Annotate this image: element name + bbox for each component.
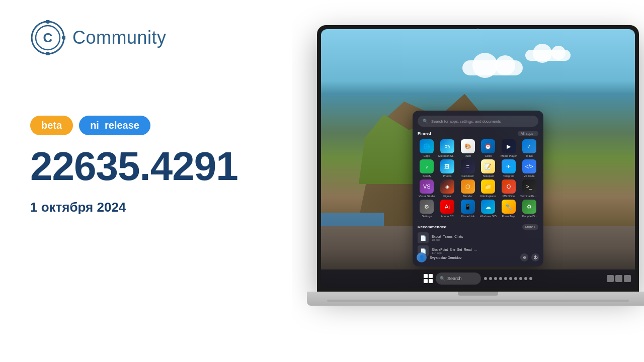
app-icon-microsoft-store: 🛍 — [440, 139, 454, 153]
app-item-vs-code[interactable]: </>VS Code — [520, 159, 538, 177]
recommended-header: Recommended More › — [418, 224, 538, 230]
app-label-powertoys: PowerToys — [502, 215, 516, 218]
app-icon-figma: ◈ — [440, 179, 454, 194]
tray-icon-3 — [624, 275, 631, 282]
start-menu-search[interactable]: 🔍 Search for apps, settings, and documen… — [418, 116, 538, 127]
community-logo-icon: C — [30, 20, 65, 55]
app-item-file-explorer[interactable]: 📁File Explorer — [479, 179, 498, 198]
app-label-vs-code: VS Code — [524, 174, 535, 177]
user-avatar: 👤 — [417, 252, 427, 262]
rec-title: Export_Teams_Chats — [432, 235, 477, 238]
all-apps-link[interactable]: All apps › — [518, 131, 538, 136]
app-icon-blender: ⬡ — [461, 179, 475, 194]
app-item-powertoys[interactable]: 🔧PowerToys — [500, 200, 518, 218]
app-label-recycle-bin: Recycle Bin — [522, 215, 536, 218]
pinned-apps-grid: 🌐Edge🛍Microsoft Store🎨Paint⏰Clock▶Media … — [418, 139, 538, 218]
app-item-terminal-preview[interactable]: >_Terminal Preview — [520, 179, 538, 198]
app-item-notepad[interactable]: 📝Notepad — [479, 159, 498, 177]
svg-point-3 — [46, 20, 50, 24]
app-item-ms-office[interactable]: OMS Office — [500, 179, 518, 198]
svg-point-4 — [62, 36, 65, 40]
app-icon-spotify: ♪ — [420, 159, 434, 173]
app-label-file-explorer: File Explorer — [480, 195, 496, 198]
app-item-visual-studio[interactable]: VSVisual Studio — [418, 179, 436, 198]
app-item-blender[interactable]: ⬡Blender — [458, 179, 477, 198]
pinned-label: Pinned — [418, 131, 431, 136]
app-item-to-do[interactable]: ✓To Do — [520, 139, 538, 157]
taskbar-search-icon: 🔍 — [440, 276, 445, 281]
app-label-windows-365: Windows 365 — [480, 215, 497, 218]
app-item-spotify[interactable]: ♪Spotify — [418, 159, 436, 177]
app-item-paint[interactable]: 🎨Paint — [458, 139, 477, 157]
app-item-clock[interactable]: ⏰Clock — [479, 139, 498, 157]
app-label-media-player: Media Player — [501, 154, 517, 157]
app-label-to-do: To Do — [525, 154, 532, 157]
rec-time: 1d ago — [432, 238, 538, 241]
divider — [418, 222, 538, 222]
svg-text:C: C — [43, 30, 53, 45]
app-label-microsoft-store: Microsoft Store — [438, 154, 456, 157]
app-item-telegram[interactable]: ✈Telegram — [500, 159, 518, 177]
app-label-calculator: Calculator — [461, 174, 474, 177]
taskbar-search[interactable]: 🔍 Search — [436, 273, 481, 285]
release-date: 1 октября 2024 — [30, 200, 292, 215]
taskbar-dot-4 — [499, 277, 502, 280]
app-icon-telegram: ✈ — [502, 159, 516, 173]
app-icon-file-explorer: 📁 — [481, 179, 495, 194]
taskbar-dot-6 — [509, 277, 512, 280]
user-area[interactable]: 👤 Svyatoslav Demidov — [417, 252, 461, 262]
app-icon-to-do: ✓ — [522, 139, 536, 153]
app-label-edge: Edge — [424, 154, 430, 157]
app-item-media-player[interactable]: ▶Media Player — [500, 139, 518, 157]
taskbar-dot-5 — [504, 277, 507, 280]
app-icon-visual-studio: VS — [420, 179, 434, 194]
taskbar-dot-8 — [519, 277, 522, 280]
logo-area: C Community — [30, 20, 292, 55]
rec-title: SharePoint_Site_Set_Read_Only_All — [432, 248, 477, 251]
power-button[interactable]: ⏻ — [531, 253, 539, 261]
app-item-photos[interactable]: 🖼Photos — [438, 159, 457, 177]
pinned-section-header: Pinned All apps › — [418, 131, 538, 136]
laptop-wrapper: 🔍 Search for apps, settings, and documen… — [307, 25, 644, 352]
app-icon-edge: 🌐 — [420, 139, 434, 153]
app-icon-calculator: = — [461, 159, 475, 173]
app-icon-notepad: 📝 — [481, 159, 495, 173]
start-button[interactable] — [424, 274, 433, 283]
taskbar-dot-7 — [514, 277, 517, 280]
content-area: beta ni_release 22635.4291 1 октября 202… — [30, 116, 292, 215]
app-icon-vs-code: </> — [522, 159, 536, 173]
app-item-edge[interactable]: 🌐Edge — [418, 139, 436, 157]
settings-button[interactable]: ⚙ — [520, 253, 528, 261]
app-icon-media-player: ▶ — [502, 139, 516, 153]
laptop-hinge — [458, 292, 498, 296]
app-item-settings[interactable]: ⚙Settings — [418, 200, 436, 218]
app-label-telegram: Telegram — [503, 174, 515, 177]
left-panel: C Community beta ni_release 22635.4291 1… — [0, 0, 322, 362]
tray-icon-2 — [615, 275, 622, 282]
laptop-base — [307, 292, 644, 306]
app-item-microsoft-store[interactable]: 🛍Microsoft Store — [438, 139, 457, 157]
more-link[interactable]: More › — [522, 224, 538, 230]
app-icon-phone-link: 📱 — [461, 200, 475, 214]
badge-ni-release: ni_release — [79, 116, 150, 135]
app-item-phone-link[interactable]: 📱Phone Link — [458, 200, 477, 218]
app-item-recycle-bin[interactable]: ♻Recycle Bin — [520, 200, 538, 218]
tray-icon-1 — [607, 275, 614, 282]
recommended-label: Recommended — [418, 225, 446, 229]
laptop-screen-outer: 🔍 Search for apps, settings, and documen… — [317, 25, 639, 292]
app-icon-powertoys: 🔧 — [502, 200, 516, 214]
taskbar-search-text: Search — [447, 276, 462, 281]
app-item-figma[interactable]: ◈Figma — [438, 179, 457, 198]
rec-item[interactable]: 📄Export_Teams_Chats1d ago — [418, 232, 538, 243]
app-label-spotify: Spotify — [423, 174, 431, 177]
app-icon-photos: 🖼 — [440, 159, 454, 173]
app-label-blender: Blender — [463, 195, 472, 198]
app-item-adobe-cc[interactable]: AiAdobe CC — [438, 200, 457, 218]
app-label-notepad: Notepad — [483, 174, 494, 177]
badges-row: beta ni_release — [30, 116, 292, 135]
laptop-screen: 🔍 Search for apps, settings, and documen… — [321, 29, 635, 288]
app-item-calculator[interactable]: =Calculator — [458, 159, 477, 177]
version-number: 22635.4291 — [30, 146, 292, 187]
app-label-terminal-preview: Terminal Preview — [520, 195, 538, 198]
app-item-windows-365[interactable]: ☁Windows 365 — [479, 200, 498, 218]
